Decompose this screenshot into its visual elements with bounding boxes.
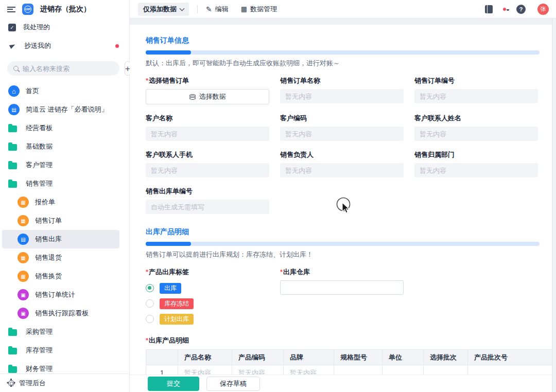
app-logo-icon: ERP	[22, 4, 33, 15]
sidebar-item-label: 管理后台	[19, 379, 46, 388]
folder-icon	[8, 366, 17, 373]
search-box[interactable]	[7, 61, 119, 76]
sidebar-item-cc-me[interactable]: 抄送我的	[0, 39, 129, 53]
contact-name-input	[414, 127, 538, 141]
folder-icon	[8, 126, 17, 132]
help-button[interactable]: ?	[516, 5, 526, 14]
field-label: 销售出库单编号	[146, 187, 269, 196]
sidebar-item-basic-data[interactable]: 基础数据	[0, 137, 129, 156]
tag-stock-freeze[interactable]: 库存冻结	[160, 298, 194, 309]
contact-name-field: 客户联系人姓名	[414, 114, 538, 141]
sidebar-item-label: 采购管理	[26, 327, 53, 336]
sidebar-item-customer-mgmt[interactable]: 客户管理	[0, 156, 129, 174]
row-index-header	[146, 350, 178, 365]
edit-label: 编辑	[215, 5, 229, 14]
sidebar-item-label: 销售换货	[35, 272, 62, 281]
sidebar-item-label: 库存管理	[26, 346, 53, 355]
task-check-icon: ✓	[8, 24, 16, 31]
sidebar-item-label: 销售出库	[35, 235, 62, 244]
sidebar-item-sales-outbound[interactable]: ▤ 销售出库	[2, 230, 119, 248]
column-header-product-name: 产品名称	[178, 350, 232, 365]
sidebar-item-home[interactable]: ⌂ 首页	[0, 82, 129, 100]
radio-selected-icon[interactable]	[146, 284, 154, 292]
pencil-icon: ✎	[206, 6, 212, 13]
warehouse-field: 出库仓库	[280, 268, 404, 327]
tag-planned-outbound[interactable]: 计划出库	[160, 314, 194, 325]
sidebar-item-sales-return[interactable]: ▦ 销售退货	[0, 248, 129, 267]
order-info-grid: 选择销售订单 选择数据 销售订单名称 销售订单编号	[146, 76, 552, 214]
sidebar-item-quotation[interactable]: ▦ 报价单	[0, 193, 129, 211]
radio-option-outbound[interactable]: 出库	[146, 280, 269, 296]
radio-option-planned-outbound[interactable]: 计划出库	[146, 311, 269, 327]
form-icon: ▦	[18, 271, 29, 282]
column-header-batch-no: 产品批次号	[468, 350, 552, 365]
app-title: 进销存（批次）	[40, 5, 91, 14]
sidebar-item-admin-console[interactable]: 管理后台	[0, 373, 129, 392]
radio-icon[interactable]	[146, 299, 154, 308]
user-avatar[interactable]: 张	[537, 4, 549, 15]
progress-fill	[146, 242, 191, 246]
tag-outbound[interactable]: 出库	[160, 283, 181, 294]
warehouse-input[interactable]	[280, 280, 404, 295]
app-logo-text: ERP	[24, 6, 31, 13]
database-icon	[189, 94, 196, 100]
submit-button[interactable]: 提交	[148, 377, 199, 391]
home-icon: ⌂	[8, 85, 20, 97]
sidebar-item-label: 简道云 进销存「必看说明」	[26, 105, 108, 114]
hamburger-icon[interactable]	[7, 7, 15, 12]
field-label: 客户联系人手机	[146, 150, 269, 159]
radio-icon[interactable]	[146, 315, 154, 323]
contact-phone-field: 客户联系人手机	[146, 150, 269, 177]
sales-order-no-input	[414, 89, 538, 103]
form-icon: ▦	[18, 252, 29, 263]
sidebar-item-sales-order-stats[interactable]: ▣ 销售订单统计	[0, 286, 129, 304]
data-manage-button[interactable]: ▦ 数据管理	[241, 5, 277, 14]
sidebar-item-sales-mgmt[interactable]: 销售管理	[0, 174, 129, 193]
sidebar-item-label: 销售管理	[26, 179, 53, 188]
table-grid-icon: ▦	[241, 6, 247, 12]
sidebar-menu: ⌂ 首页 ▤ 简道云 进销存「必看说明」 经营看板 基础数据 客户管理 销售	[0, 82, 129, 378]
sidebar-item-sales-tracking-board[interactable]: ▣ 销售执行跟踪看板	[0, 304, 129, 323]
sidebar-item-sales-order[interactable]: ▦ 销售订单	[0, 211, 129, 230]
sidebar-item-label: 基础数据	[26, 142, 53, 151]
select-data-button[interactable]: 选择数据	[146, 89, 269, 104]
sidebar-item-label: 销售退货	[35, 253, 62, 262]
form-action-bar: 提交 保存草稿	[130, 375, 552, 392]
app-window: ERP 进销存（批次） ✓ 我处理的 抄送我的 + ⌂ 首页 ▤	[0, 0, 556, 392]
contact-phone-input	[146, 163, 269, 177]
sidebar-item-purchase-mgmt[interactable]: 采购管理	[0, 323, 129, 341]
sales-order-name-field: 销售订单名称	[280, 76, 404, 104]
outbound-no-input	[146, 200, 269, 214]
form-card: 销售订单信息 默认：出库后，即可智能助手自动生成应收账款明细，进行对账～ 选择销…	[130, 25, 552, 392]
select-data-label: 选择数据	[199, 92, 226, 101]
sidebar-item-my-tasks[interactable]: ✓ 我处理的	[0, 20, 129, 34]
add-mode-label: 仅添加数据	[143, 5, 177, 14]
gear-icon	[8, 380, 14, 386]
folder-icon	[8, 348, 17, 354]
sidebar-item-sales-exchange[interactable]: ▦ 销售换货	[0, 267, 129, 286]
sidebar-search-row: +	[7, 61, 122, 76]
field-label: 选择销售订单	[146, 76, 269, 85]
sidebar-item-label: 首页	[26, 86, 39, 96]
chart-icon: ▣	[18, 289, 29, 300]
field-label: 客户名称	[146, 114, 269, 123]
sidebar-item-business-dashboard[interactable]: 经营看板	[0, 119, 129, 137]
column-header-product-code: 产品编码	[232, 350, 284, 365]
sales-owner-field: 销售负责人	[280, 150, 404, 177]
sales-dept-field: 销售归属部门	[414, 150, 538, 177]
save-draft-button[interactable]: 保存草稿	[206, 377, 260, 391]
sales-order-no-field: 销售订单编号	[414, 76, 538, 104]
radio-option-stock-freeze[interactable]: 库存冻结	[146, 296, 269, 311]
toolbar: 仅添加数据 ✎ 编辑 ▦ 数据管理 ? 张	[130, 0, 556, 19]
table-label: 出库产品明细	[146, 336, 552, 345]
search-input[interactable]	[23, 65, 113, 73]
sidebar-item-inventory-mgmt[interactable]: 库存管理	[0, 341, 129, 360]
sidebar-item-guide[interactable]: ▤ 简道云 进销存「必看说明」	[0, 100, 129, 119]
edit-button[interactable]: ✎ 编辑	[206, 5, 229, 14]
field-label: 产品出库标签	[146, 268, 269, 277]
sidebar-item-label: 销售执行跟踪看板	[35, 309, 89, 318]
scrollbar[interactable]	[552, 19, 556, 392]
add-mode-dropdown[interactable]: 仅添加数据	[138, 3, 189, 16]
contacts-book-icon[interactable]	[485, 5, 493, 13]
outbound-no-field: 销售出库单编号	[146, 187, 269, 214]
